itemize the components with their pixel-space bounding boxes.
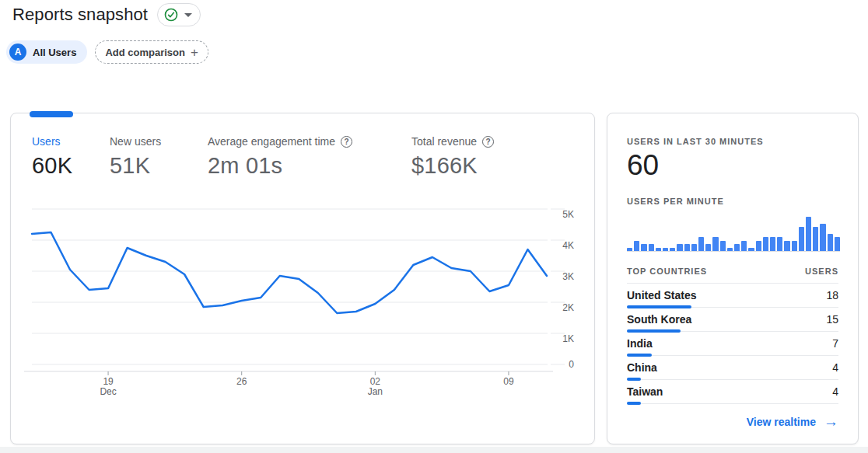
page-bottom-strip: [0, 447, 868, 453]
metric-tab[interactable]: Average engagement time ? 2m 01s: [208, 135, 352, 179]
country-users-value: 18: [826, 289, 838, 301]
minute-bar: [712, 237, 718, 251]
realtime-card: USERS IN LAST 30 MINUTES 60 USERS PER MI…: [607, 113, 859, 444]
minute-bar: [649, 244, 654, 251]
view-realtime-label: View realtime: [747, 416, 816, 428]
minute-bar: [770, 237, 775, 251]
metric-value: 51K: [110, 153, 161, 179]
metric-label: New users ?: [110, 135, 161, 148]
minute-bar: [799, 227, 804, 251]
comparison-bar: A All Users Add comparison +: [6, 40, 208, 64]
minute-bar: [813, 227, 818, 251]
minute-bar: [828, 234, 833, 251]
minute-bar: [748, 248, 754, 251]
users-per-minute-label: USERS PER MINUTE: [627, 197, 724, 206]
minute-bar: [670, 248, 675, 251]
plus-icon: +: [191, 46, 198, 59]
country-users-value: 7: [832, 337, 838, 350]
add-comparison-button[interactable]: Add comparison +: [95, 40, 208, 64]
minute-bar: [627, 248, 632, 251]
minute-bar: [734, 244, 740, 251]
country-users-value: 4: [832, 361, 838, 374]
svg-text:5K: 5K: [562, 209, 574, 220]
view-realtime-link[interactable]: View realtime →: [747, 416, 838, 428]
country-name: China: [627, 361, 657, 374]
page-header: Reports snapshot: [12, 3, 201, 26]
svg-text:Dec: Dec: [100, 386, 116, 397]
svg-text:3K: 3K: [562, 271, 574, 282]
metric-tab[interactable]: New users ? 51K: [110, 135, 161, 179]
minute-bar: [684, 244, 690, 251]
top-countries-header: TOP COUNTRIES USERS: [627, 267, 838, 284]
all-users-chip[interactable]: A All Users: [6, 40, 87, 64]
metric-tab[interactable]: Users ? 60K: [32, 135, 72, 179]
metric-value: 2m 01s: [208, 153, 352, 179]
add-comparison-label: Add comparison: [105, 47, 185, 58]
metric-label: Average engagement time ?: [208, 135, 352, 148]
users-last-30-label: USERS IN LAST 30 MINUTES: [627, 137, 764, 146]
svg-text:Jan: Jan: [368, 386, 383, 397]
minute-bar: [656, 248, 661, 251]
help-icon[interactable]: ?: [482, 136, 494, 148]
country-bar-track: [627, 402, 838, 405]
country-users-value: 4: [832, 385, 838, 398]
svg-text:02: 02: [370, 376, 381, 387]
report-status-dropdown[interactable]: [157, 3, 201, 26]
top-countries-column-label: TOP COUNTRIES: [627, 267, 707, 276]
table-row: United States 18: [627, 285, 838, 309]
minute-bar: [784, 241, 789, 251]
table-row: Taiwan 4: [627, 382, 838, 406]
minute-bar: [820, 224, 825, 251]
carousel-tab-indicator: [30, 111, 73, 117]
help-icon[interactable]: ?: [341, 136, 352, 148]
check-circle-icon: [164, 8, 178, 22]
svg-text:1K: 1K: [562, 333, 574, 344]
country-name: Taiwan: [627, 385, 663, 398]
svg-text:4K: 4K: [562, 240, 574, 251]
users-column-label: USERS: [805, 267, 838, 276]
minute-bar: [641, 244, 646, 251]
metric-label: Total revenue ?: [411, 135, 494, 148]
country-name: South Korea: [627, 313, 691, 326]
minute-bar: [698, 237, 704, 251]
country-bar: [627, 329, 681, 333]
minute-bar: [756, 241, 761, 251]
metric-value: 60K: [32, 153, 72, 179]
minute-bar: [777, 237, 782, 251]
minute-bar: [806, 217, 811, 251]
chevron-down-icon: [184, 13, 192, 17]
minute-bar: [763, 237, 768, 251]
arrow-right-icon: →: [824, 416, 838, 427]
country-bar: [627, 354, 652, 357]
table-row: South Korea 15: [627, 309, 838, 333]
country-bar-track: [627, 329, 838, 333]
country-bar: [627, 402, 641, 405]
metric-value: $166K: [411, 153, 494, 179]
country-name: United States: [627, 289, 696, 301]
country-bar-track: [627, 305, 838, 308]
svg-text:2K: 2K: [562, 302, 574, 313]
minute-bar: [835, 237, 840, 251]
country-bar: [627, 378, 641, 381]
avatar: A: [9, 44, 26, 61]
svg-text:26: 26: [236, 376, 247, 387]
snapshot-card: Users ? 60K New users ? 51K Average enga…: [10, 113, 595, 444]
minute-bar: [741, 241, 747, 251]
minute-bar: [705, 244, 711, 251]
svg-text:09: 09: [503, 376, 514, 387]
country-bar: [627, 305, 691, 308]
minute-bar: [720, 241, 726, 251]
metric-label: Users ?: [32, 135, 72, 148]
minute-bar: [727, 248, 733, 251]
minute-bar: [792, 241, 797, 251]
minute-bar: [663, 248, 668, 251]
minute-bar: [691, 244, 697, 251]
users-per-minute-chart: [627, 214, 840, 252]
country-name: India: [627, 337, 653, 350]
country-bar-track: [627, 354, 838, 357]
top-countries-table: United States 18 South Korea 15 India 7 …: [627, 285, 838, 406]
metric-tab[interactable]: Total revenue ? $166K: [411, 135, 494, 179]
table-row: India 7: [627, 333, 838, 357]
minute-bar: [677, 244, 682, 251]
all-users-label: All Users: [33, 47, 76, 58]
